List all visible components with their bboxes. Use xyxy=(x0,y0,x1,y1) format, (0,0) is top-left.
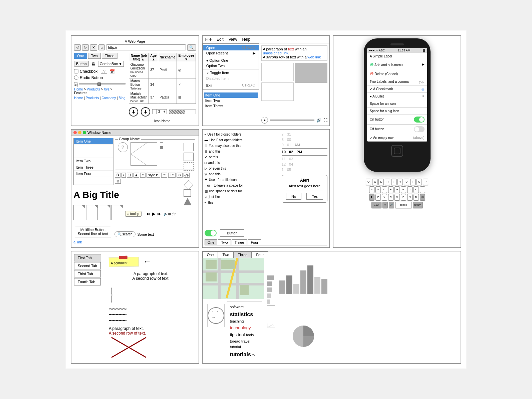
menu-toggle[interactable]: ✓ Toggle Item xyxy=(203,70,259,76)
toggle-green[interactable] xyxy=(205,230,217,236)
key-l[interactable]: L xyxy=(420,186,425,193)
key-z[interactable]: Z xyxy=(375,194,381,201)
pipe-home[interactable]: Home xyxy=(74,96,83,100)
toggle-on[interactable] xyxy=(414,117,425,123)
tab-three[interactable]: Three xyxy=(102,53,117,59)
iphone-item-delete[interactable]: ⊖ Delete (Cancel) xyxy=(367,69,427,78)
key-return[interactable]: return xyxy=(413,202,423,208)
key-shift[interactable]: ⬆ xyxy=(369,194,374,201)
window-minimize-btn[interactable] xyxy=(78,131,81,134)
fast-forward-button[interactable]: ⏭ xyxy=(157,211,162,216)
key-123[interactable]: 123 xyxy=(371,202,381,208)
search-button[interactable]: 🔍 xyxy=(187,44,196,51)
key-e[interactable]: E xyxy=(378,179,384,185)
data-tab-three[interactable]: Three xyxy=(234,251,252,258)
data-tab-two[interactable]: Two xyxy=(218,251,233,258)
key-t[interactable]: T xyxy=(391,179,396,185)
tab-strip-two[interactable]: Two xyxy=(218,239,231,245)
scroll-down-2[interactable]: ⬇ xyxy=(141,107,150,117)
window-close-btn[interactable] xyxy=(73,131,77,134)
col-name[interactable]: Name (job title) ▲ xyxy=(129,53,149,62)
italic-btn[interactable]: I xyxy=(121,173,126,178)
list-item-three[interactable]: Item Three xyxy=(74,164,113,171)
key-v[interactable]: V xyxy=(394,194,400,201)
list-item-four[interactable]: Item Four xyxy=(74,171,113,177)
slider-track[interactable] xyxy=(79,83,125,84)
key-k[interactable]: K xyxy=(414,186,419,193)
pipe-products[interactable]: Products xyxy=(86,96,99,100)
key-p[interactable]: P xyxy=(423,179,428,185)
list-item-two[interactable]: Item Two xyxy=(74,158,113,164)
key-c[interactable]: C xyxy=(388,194,393,201)
menu-open-recent[interactable]: Open Recent▶ xyxy=(203,50,259,56)
key-n[interactable]: N xyxy=(407,194,413,201)
list-item-one[interactable]: Item One xyxy=(74,138,113,145)
side-tab-fourth[interactable]: Fourth Tab xyxy=(74,278,101,285)
key-space[interactable]: space xyxy=(395,202,412,208)
align-btn[interactable]: ≡ xyxy=(140,173,146,178)
color-btn[interactable]: A̲ xyxy=(134,173,139,178)
tab-one[interactable]: One xyxy=(74,53,87,59)
key-u[interactable]: U xyxy=(404,179,409,185)
rewind-button[interactable]: ⏮ xyxy=(146,211,150,216)
iphone-home-button[interactable] xyxy=(391,145,403,157)
key-backspace[interactable]: ⌫ xyxy=(420,194,425,201)
key-q[interactable]: Q xyxy=(366,179,371,185)
key-y[interactable]: Y xyxy=(397,179,403,185)
list-item-two[interactable]: Item Two xyxy=(204,98,258,103)
key-o[interactable]: O xyxy=(417,179,422,185)
back-button[interactable]: ◁ xyxy=(74,44,81,51)
slider-handle[interactable] xyxy=(160,146,163,149)
volume-icon[interactable]: 🔊 xyxy=(316,118,321,123)
link-text[interactable]: a link xyxy=(73,240,82,244)
key-h[interactable]: H xyxy=(401,186,406,193)
col-employee[interactable]: Employee ▼ xyxy=(177,53,196,62)
menu-option-two[interactable]: Option Two xyxy=(203,63,259,68)
fullscreen-icon[interactable]: ⛶ xyxy=(323,118,327,123)
combobox[interactable]: ComboBox ▼ xyxy=(98,61,124,67)
tab-strip-one[interactable]: One xyxy=(205,239,218,245)
close-button[interactable]: ✕ xyxy=(90,44,97,51)
volume-slider[interactable] xyxy=(169,213,170,214)
undo-btn[interactable]: ↺ xyxy=(177,173,183,178)
underline-btn[interactable]: U xyxy=(127,173,132,178)
menu-open[interactable]: OpenCTRL+O xyxy=(203,45,259,50)
stepper-plus[interactable]: + xyxy=(162,110,167,114)
tab-strip-four[interactable]: Four xyxy=(248,239,261,245)
key-g[interactable]: G xyxy=(394,186,400,193)
date-field[interactable]: / / xyxy=(101,69,107,74)
key-w[interactable]: W xyxy=(372,179,377,185)
forward-button[interactable]: ▷ xyxy=(82,44,89,51)
vertical-slider[interactable] xyxy=(160,142,163,162)
breadcrumb-products[interactable]: Products xyxy=(87,87,100,91)
home-button[interactable]: ⌂ xyxy=(98,44,105,50)
key-emoji[interactable]: ● xyxy=(382,202,388,208)
play-icon[interactable]: ▶ xyxy=(152,211,156,216)
tab-strip-three[interactable]: Three xyxy=(232,239,247,245)
menu-view[interactable]: View xyxy=(229,37,237,42)
pipe-company[interactable]: Company xyxy=(101,96,116,100)
volume-knob[interactable] xyxy=(168,213,171,215)
plain-button[interactable]: Button xyxy=(220,229,245,237)
play-button[interactable]: ▶ xyxy=(261,117,268,124)
data-tab-one[interactable]: One xyxy=(203,251,218,258)
unassigned-link[interactable]: unassigned link. xyxy=(263,51,289,55)
media-progress-bar[interactable] xyxy=(270,120,315,121)
iphone-item-add[interactable]: ⊕ Add and sub-menu▶ xyxy=(367,60,427,69)
menu-option-one[interactable]: ● Option One xyxy=(203,58,259,63)
table-btn[interactable]: ⊞ xyxy=(115,179,121,184)
key-m[interactable]: M xyxy=(414,194,419,201)
key-j[interactable]: J xyxy=(407,186,413,193)
stepper-minus[interactable]: - xyxy=(153,110,156,114)
key-b[interactable]: B xyxy=(401,194,406,201)
breadcrumb-xyz[interactable]: Xyz xyxy=(104,87,109,91)
breadcrumb-home[interactable]: Home xyxy=(74,87,83,91)
bold-btn[interactable]: B xyxy=(115,173,120,178)
side-tab-first[interactable]: First Tab xyxy=(74,254,101,261)
url-input[interactable] xyxy=(106,44,186,50)
side-tab-third[interactable]: Third Tab xyxy=(74,270,101,277)
button-control[interactable]: Button xyxy=(74,61,89,67)
tab-two[interactable]: Two xyxy=(88,53,101,59)
slider-left-arrow[interactable]: ◁ xyxy=(74,82,77,85)
radio-input[interactable] xyxy=(74,75,78,80)
